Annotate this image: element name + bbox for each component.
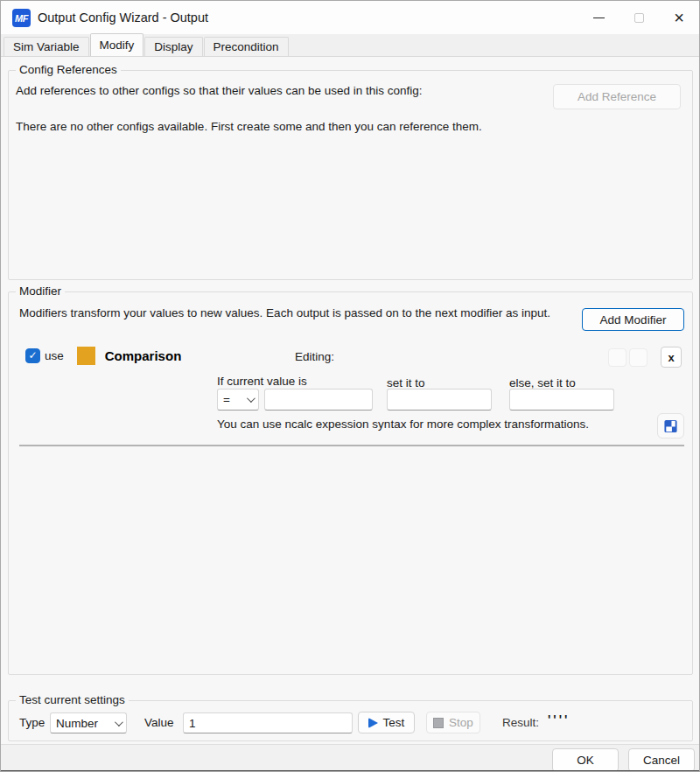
set-value-input[interactable] — [387, 389, 492, 411]
if-value-input[interactable] — [264, 389, 373, 411]
maximize-icon — [634, 13, 644, 23]
modifier-description: Modifiers transform your values to new v… — [19, 306, 550, 319]
result-value: '''' — [548, 712, 570, 726]
no-configs-message: There are no other configs available. Fi… — [16, 120, 482, 133]
close-button[interactable]: × — [659, 1, 699, 34]
window-controls: × — [578, 1, 699, 34]
use-checkbox[interactable]: ✓ — [25, 348, 40, 363]
result-label: Result: — [502, 716, 539, 729]
delete-modifier-button[interactable]: x — [661, 347, 682, 368]
stop-button-label: Stop — [449, 716, 473, 729]
type-label: Type — [19, 716, 45, 729]
dialog-footer: OK Cancel — [1, 744, 699, 770]
else-set-it-to-label: else, set it to — [509, 376, 576, 390]
value-label: Value — [144, 716, 174, 729]
stop-icon — [433, 718, 444, 728]
save-icon — [663, 418, 678, 434]
use-label: use — [45, 349, 64, 362]
test-button-label: Test — [383, 716, 405, 729]
config-references-group: Config References Add references to othe… — [8, 70, 693, 280]
set-it-to-label: set it to — [387, 376, 425, 390]
else-value-input[interactable] — [509, 389, 614, 411]
maximize-button — [619, 1, 659, 34]
operator-value: = — [223, 393, 230, 406]
play-icon — [368, 718, 378, 728]
tab-strip: Sim Variable Modify Display Precondition — [1, 34, 699, 56]
test-button[interactable]: Test — [358, 712, 415, 733]
test-type-value: Number — [56, 717, 98, 730]
output-config-wizard-window: MF Output Config Wizard - Output × Sim V… — [0, 0, 700, 772]
tab-modify[interactable]: Modify — [90, 33, 144, 56]
move-up-button — [608, 348, 626, 367]
chevron-down-icon — [115, 718, 123, 726]
modifier-group-title: Modifier — [16, 284, 65, 298]
window-title: Output Config Wizard - Output — [38, 1, 208, 34]
test-value-input[interactable] — [183, 712, 353, 733]
checkmark-icon: ✓ — [28, 350, 37, 361]
test-settings-group: Test current settings Type Number Value … — [8, 700, 693, 741]
app-logo-text: MF — [15, 13, 28, 24]
test-settings-group-title: Test current settings — [16, 693, 129, 706]
add-modifier-button[interactable]: Add Modifier — [582, 308, 684, 331]
cancel-button[interactable]: Cancel — [628, 748, 695, 772]
tab-precondition[interactable]: Precondition — [204, 37, 289, 56]
minimize-icon — [593, 18, 605, 18]
minimize-button[interactable] — [578, 1, 619, 34]
add-reference-button: Add Reference — [553, 84, 681, 109]
modifier-row: ✓ use Comparison — [25, 345, 181, 366]
modifier-list-separator — [19, 445, 684, 446]
editing-label: Editing: — [295, 350, 334, 363]
config-references-description: Add references to other configs so that … — [16, 84, 423, 97]
save-modifier-button[interactable] — [657, 413, 684, 439]
ok-button[interactable]: OK — [552, 748, 619, 772]
tab-sim-variable[interactable]: Sim Variable — [4, 37, 89, 56]
ncalc-hint: You can use ncalc expession syntax for m… — [217, 418, 589, 431]
test-type-select[interactable]: Number — [50, 712, 127, 733]
modifier-color-swatch[interactable] — [77, 347, 95, 365]
modifier-name: Comparison — [105, 348, 182, 363]
operator-select[interactable]: = — [217, 389, 259, 411]
config-references-group-title: Config References — [16, 63, 121, 76]
stop-button: Stop — [426, 712, 480, 733]
chevron-down-icon — [247, 394, 256, 403]
modifier-group: Modifier Modifiers transform your values… — [8, 291, 693, 675]
close-icon: × — [674, 9, 684, 26]
title-bar: MF Output Config Wizard - Output × — [1, 1, 699, 34]
tab-display[interactable]: Display — [144, 37, 202, 56]
if-current-value-label: If current value is — [217, 375, 307, 388]
modify-tab-page: Config References Add references to othe… — [1, 56, 699, 744]
app-logo-icon: MF — [12, 9, 31, 27]
move-down-button — [629, 348, 648, 367]
